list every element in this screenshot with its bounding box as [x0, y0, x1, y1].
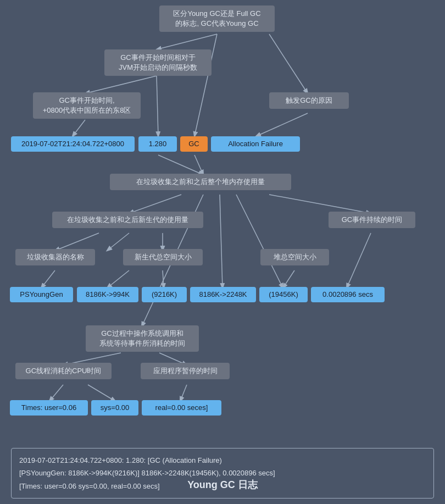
svg-line-19	[163, 270, 164, 288]
node-os-time-label: GC过程中操作系统调用和 系统等待事件所消耗的时间	[86, 325, 199, 352]
node-offset-value: 1.280	[138, 136, 177, 152]
node-psyounggen-value: PSYoungGen	[10, 287, 73, 302]
node-real-time-value: real=0.00 seces]	[142, 400, 221, 416]
svg-line-17	[41, 270, 55, 288]
node-gc-duration-label: GC事件持续的时间	[329, 212, 415, 228]
svg-line-12	[236, 195, 283, 288]
svg-line-21	[347, 233, 371, 288]
svg-line-14	[55, 233, 99, 251]
gc-log-line-2: [PSYoungGen: 8186K->994K(9216K)] 8186K->…	[19, 467, 426, 479]
node-heap-usage-label: 在垃圾收集之前和之后整个堆内存使用量	[110, 174, 291, 190]
node-heap-total-value: (19456K)	[259, 287, 308, 302]
svg-line-13	[269, 195, 371, 213]
svg-line-7	[158, 155, 203, 175]
node-gc-type-label: 区分Young GC还是 Full GC 的标志, GC代表Young GC	[159, 5, 275, 32]
node-gc-duration-value: 0.0020896 secs	[311, 287, 385, 302]
svg-line-27	[180, 385, 187, 401]
svg-line-26	[88, 385, 115, 401]
node-heap-before-after-value: 8186K->2248K	[190, 287, 256, 302]
svg-line-25	[49, 385, 63, 401]
svg-line-2	[85, 76, 157, 93]
node-user-time-value: Times: user=0.06	[10, 400, 88, 416]
gc-log-text-box: 2019-07-02T21:24:04.722+0800: 1.280: [GC…	[11, 448, 434, 499]
svg-line-18	[107, 270, 129, 288]
diagram-container: 区分Young GC还是 Full GC 的标志, GC代表Young GC G…	[0, 0, 445, 473]
node-real-time-label: 应用程序暂停的时间	[141, 363, 230, 379]
node-sys-time-value: sys=0.00	[91, 400, 138, 416]
svg-line-8	[194, 155, 203, 175]
node-allocation-failure-value: Allocation Failure	[211, 136, 300, 152]
node-gc-time-offset-label: GC事件开始时间相对于 JVM开始启动的间隔秒数	[104, 49, 212, 76]
gc-log-line-1: 2019-07-02T21:24:04.722+0800: 1.280: [GC…	[19, 454, 426, 467]
svg-line-0	[157, 34, 217, 49]
node-gc-cause-label: 触发GC的原因	[269, 92, 349, 109]
node-collector-name-label: 垃圾收集器的名称	[15, 249, 95, 265]
node-gc-flag-value: GC	[180, 136, 208, 152]
node-young-total-value: (9216K)	[142, 287, 187, 302]
gc-log-line-3: [Times: user=0.06 sys=0.00, real=0.00 se…	[19, 480, 426, 492]
svg-line-15	[107, 233, 129, 251]
svg-line-11	[220, 195, 222, 288]
node-datetime-value: 2019-07-02T21:24:04.722+0800	[11, 136, 135, 152]
svg-line-5	[256, 113, 308, 136]
svg-line-4	[73, 120, 85, 136]
node-young-total-label: 新生代总空间大小	[123, 249, 203, 265]
svg-line-3	[157, 76, 158, 136]
node-heap-total-label: 堆总空间大小	[260, 249, 329, 265]
node-cpu-time-label: GC线程消耗的CPU时间	[15, 363, 112, 379]
svg-line-6	[269, 34, 308, 93]
svg-line-10	[129, 195, 181, 213]
node-young-before-after-value: 8186K->994K	[77, 287, 138, 302]
svg-line-20	[283, 270, 294, 288]
node-young-gen-usage-label: 在垃圾收集之前和之后新生代的使用量	[52, 212, 203, 228]
node-gc-start-time-label: GC事件开始时间, +0800代表中国所在的东8区	[33, 92, 141, 119]
